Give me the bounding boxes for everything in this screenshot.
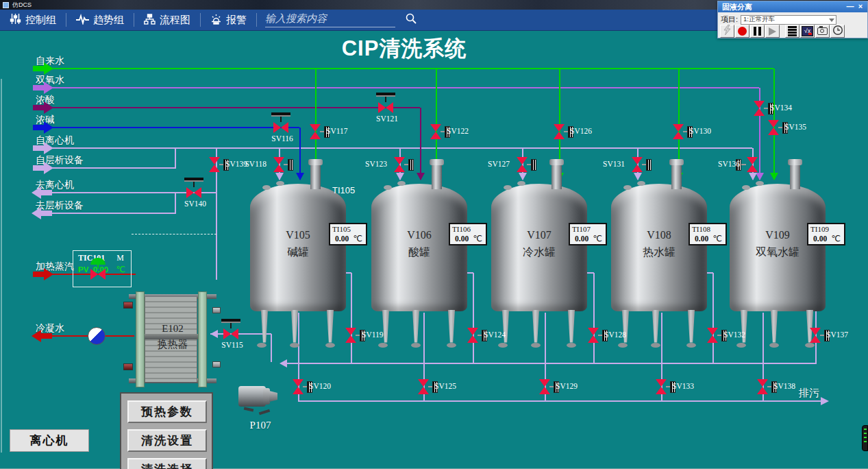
valve-SV139[interactable] (208, 157, 221, 172)
pump-label: P107 (240, 420, 281, 431)
pause-button[interactable] (750, 25, 765, 38)
pipe (33, 127, 299, 128)
tank-V106[interactable]: V106 酸罐 (371, 160, 467, 352)
valve-SV124[interactable] (467, 328, 479, 343)
camera-button[interactable] (815, 25, 830, 38)
valve-SV140[interactable] (186, 187, 201, 198)
record-button[interactable] (735, 25, 749, 38)
search-icon[interactable] (405, 12, 417, 27)
taskbar-edge-widget[interactable] (862, 425, 868, 451)
valve-SV117[interactable] (309, 124, 321, 139)
stream-arrow (33, 165, 44, 171)
instrument-line (132, 234, 216, 234)
stream-arrow-head (44, 268, 53, 280)
valve-SV138[interactable] (756, 379, 769, 394)
preheat-params-button[interactable]: 预热参数 (127, 400, 207, 423)
tank-leg (380, 310, 392, 347)
valve-SV137[interactable] (809, 328, 821, 343)
tank-leg (738, 310, 750, 347)
pump-p107[interactable] (238, 382, 284, 416)
stream-arrow (33, 85, 44, 91)
valve-label-SV131: SV131 (589, 160, 625, 168)
valve-label-SV139: SV139 (225, 160, 247, 168)
valve-SV123[interactable] (393, 157, 406, 172)
heat-exchanger-e102[interactable]: E102 换热器 (129, 291, 216, 387)
project-dropdown[interactable]: 1:正常开车 (741, 15, 836, 25)
pipe (33, 68, 773, 69)
valve-SV136[interactable] (746, 157, 758, 172)
pv-unit: ℃ (116, 265, 125, 274)
flowchart-icon (144, 14, 156, 27)
valve-SV135[interactable] (767, 120, 780, 135)
valve-SV133[interactable] (655, 379, 667, 394)
tank-V105[interactable]: V105 碱罐 (250, 160, 346, 352)
close-button[interactable]: × (856, 2, 865, 10)
valve-SV125[interactable] (417, 379, 430, 394)
flow-arrow (821, 397, 829, 405)
stream-arrow (33, 125, 44, 130)
toolbar-item-trend-group[interactable]: 趋势组 (66, 10, 134, 31)
steam-trap-ball[interactable] (88, 327, 106, 345)
search-box[interactable]: 输入搜索内容 (265, 12, 417, 27)
tank-leg (768, 310, 780, 347)
valve-SV119[interactable] (345, 328, 357, 343)
stream-arrow-head (44, 162, 53, 174)
valve-SV134[interactable] (753, 101, 765, 116)
ti105-float-label: TI105 (332, 185, 355, 195)
condensate-outlet-port (123, 363, 133, 370)
tank-V109[interactable]: V109 双氧水罐 (730, 160, 826, 352)
valve-SV132[interactable] (706, 328, 719, 343)
alarm-icon (210, 14, 222, 27)
valve-SV118[interactable] (273, 157, 285, 172)
play-button[interactable] (765, 25, 780, 38)
valve-SV131[interactable] (631, 157, 643, 172)
valve-SV129[interactable] (538, 379, 551, 394)
clock-button[interactable] (830, 25, 845, 38)
list-button[interactable] (785, 25, 799, 38)
valve-label-SV115: SV115 (217, 341, 247, 349)
valve-SV126[interactable] (553, 124, 565, 139)
process-inlet-port (212, 361, 221, 368)
clean-settings-button[interactable]: 清洗设置 (127, 429, 207, 452)
temp-indicator-TI107: TI107 0.00 ℃ (569, 223, 607, 245)
tank-name: 碱罐 (250, 245, 346, 260)
pump-coupling (263, 388, 270, 405)
pv-label: PV (78, 265, 88, 274)
tank-name: 双氧水罐 (730, 245, 826, 260)
valve-SV115[interactable] (223, 328, 238, 339)
formula-button[interactable]: √x (800, 25, 815, 38)
search-input[interactable]: 输入搜索内容 (265, 12, 395, 27)
clean-select-button[interactable]: 清洗选择 (127, 458, 207, 469)
valve-SV116[interactable] (273, 122, 288, 133)
toolbar-item-flowchart[interactable]: 流程图 (134, 10, 200, 31)
valve-SV127[interactable] (516, 157, 528, 172)
valve-label-SV124: SV124 (484, 330, 506, 339)
steam-inlet-port (123, 302, 133, 309)
toolbar-item-control-group[interactable]: 控制组 (0, 10, 66, 31)
tank-V108[interactable]: V108 热水罐 (611, 160, 707, 352)
lightning-button[interactable] (720, 25, 734, 38)
stream-arrow-head (32, 187, 41, 199)
toolbar-item-alarm[interactable]: 报警 (201, 10, 256, 31)
toolbar-separator (256, 13, 257, 27)
tank-leg (410, 310, 422, 347)
stream-arrow-head (44, 121, 53, 134)
minimize-button[interactable]: — (845, 2, 855, 10)
valve-SV122[interactable] (430, 124, 442, 139)
stream-arrow-head (32, 330, 41, 342)
drain-label: 排污 (799, 387, 819, 400)
valve-SV130[interactable] (672, 124, 684, 139)
ti-tag: TI108 (692, 225, 710, 233)
toolbar-item-label: 控制组 (25, 14, 56, 27)
centrifuge-button[interactable]: 离心机 (10, 429, 89, 452)
steam-control-valve[interactable] (90, 269, 106, 280)
valve-SV120[interactable] (292, 379, 304, 394)
pump-impeller-housing (269, 391, 277, 402)
valve-SV128[interactable] (587, 328, 599, 343)
stream-arrow-head (44, 101, 53, 114)
canvas-edge-highlight (1, 79, 2, 453)
valve-SV121[interactable] (378, 102, 393, 113)
valve-label-SV138: SV138 (773, 382, 795, 390)
valve-label-SV123: SV123 (351, 160, 387, 168)
tank-V107[interactable]: V107 冷水罐 (491, 160, 587, 352)
